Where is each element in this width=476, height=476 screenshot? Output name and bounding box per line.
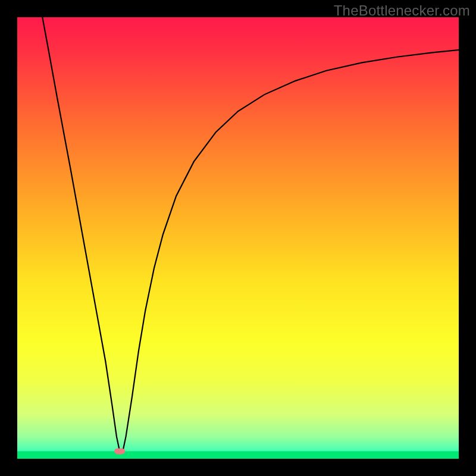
chart-frame: TheBottlenecker.com — [0, 0, 476, 476]
watermark-text: TheBottlenecker.com — [334, 2, 470, 19]
plot-area — [17, 17, 459, 459]
bottom-band — [17, 451, 459, 459]
chart-svg — [17, 17, 459, 459]
minimum-marker — [114, 448, 125, 454]
